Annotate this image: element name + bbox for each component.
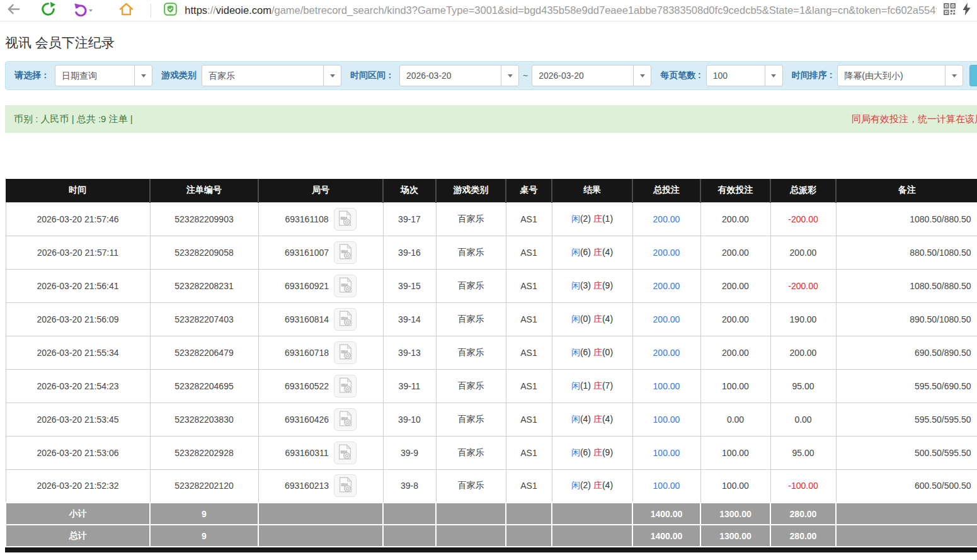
result-banker-score: (4): [602, 480, 613, 490]
game-type-select[interactable]: 百家乐: [202, 65, 341, 86]
cell-payout: 95.00: [770, 436, 836, 469]
total-bet-link[interactable]: 200.00: [653, 314, 680, 324]
sum-empty-remark: [836, 503, 977, 525]
col-time: 时间: [6, 179, 150, 202]
cell-result: 闲(2) 庄(1): [552, 202, 632, 236]
cell-session: 39-8: [383, 469, 436, 503]
cell-game-type: 百家乐: [436, 403, 506, 436]
query-type-select[interactable]: 日期查询: [55, 65, 152, 86]
round-number: 693160311: [285, 448, 328, 458]
video-replay-button[interactable]: [334, 341, 357, 364]
cell-game-type: 百家乐: [436, 369, 506, 403]
cell-payout: -200.00: [770, 269, 836, 302]
result-player-label: 闲: [571, 480, 580, 490]
video-replay-button[interactable]: [334, 442, 357, 464]
total-bet-link[interactable]: 200.00: [653, 214, 680, 224]
cell-payout: 200.00: [770, 236, 836, 269]
result-banker-label: 庄: [593, 347, 602, 357]
undo-dropdown-caret[interactable]: [89, 9, 93, 12]
video-replay-button[interactable]: [334, 308, 357, 331]
result-player-label: 闲: [571, 247, 580, 257]
lightning-bolt-icon: [963, 3, 971, 18]
result-banker-score: (4): [602, 247, 613, 257]
video-file-icon: [338, 444, 352, 462]
date-from-picker[interactable]: 2026-03-20: [399, 65, 519, 86]
undo-button[interactable]: [74, 2, 92, 20]
shield-icon: [164, 3, 177, 18]
round-number: 693160522: [285, 381, 329, 391]
refresh-button[interactable]: [41, 2, 55, 20]
cell-table-no: AS1: [506, 236, 552, 269]
video-replay-button[interactable]: [334, 474, 357, 497]
col-valid-bet: 有效投注: [700, 179, 770, 202]
summary-currency-count: 币别 : 人民币 | 总共 :9 注单 |: [14, 113, 133, 125]
result-banker-score: (9): [602, 447, 613, 457]
table-row: 2026-03-20 21:53:45523282203830693160426…: [6, 403, 977, 436]
sort-order-select[interactable]: 降幂(由大到小): [837, 65, 963, 86]
summary-bar: 币别 : 人民币 | 总共 :9 注单 | 同局有效投注，统一计算在该局: [5, 105, 977, 133]
cell-table-no: AS1: [506, 269, 552, 302]
cell-time: 2026-03-20 21:57:11: [6, 236, 150, 269]
page-size-select[interactable]: 100: [706, 65, 783, 86]
cell-remark: 600.50/500.50: [836, 469, 977, 503]
cell-total-bet: 100.00: [632, 436, 700, 469]
cell-table-no: AS1: [506, 436, 552, 469]
sum-empty-result: [552, 525, 632, 547]
cell-session: 39-15: [383, 269, 436, 302]
chevron-down-icon: [134, 66, 152, 86]
result-banker-label: 庄: [593, 314, 602, 324]
result-player-score: (6): [580, 247, 591, 257]
cell-bet-id: 523282204695: [150, 369, 258, 403]
cell-time: 2026-03-20 21:56:09: [6, 302, 150, 336]
cell-total-bet: 200.00: [632, 236, 700, 269]
result-player-label: 闲: [571, 447, 580, 457]
video-replay-button[interactable]: [334, 241, 357, 264]
cell-result: 闲(0) 庄(4): [552, 302, 632, 336]
cell-payout: -100.00: [770, 469, 836, 503]
cell-bet-id: 523282202928: [150, 436, 258, 469]
total-bet-link[interactable]: 200.00: [653, 348, 680, 358]
cell-session: 39-11: [383, 369, 436, 403]
table-row: 2026-03-20 21:54:23523282204695693160522…: [6, 369, 977, 403]
cell-round: 693160311: [258, 436, 383, 469]
video-replay-button[interactable]: [334, 375, 357, 397]
video-replay-button[interactable]: [334, 208, 357, 231]
sort-order-label: 时间排序 :: [792, 70, 833, 81]
cell-round: 693161108: [258, 202, 383, 236]
cell-remark: 1080.50/880.50: [836, 202, 977, 236]
security-badge[interactable]: [164, 2, 177, 20]
home-button[interactable]: [118, 2, 134, 20]
result-player-score: (4): [580, 414, 591, 424]
cell-round: 693160522: [258, 369, 383, 403]
cell-session: 39-13: [383, 336, 436, 369]
home-icon: [118, 2, 134, 19]
lightning-button[interactable]: [961, 2, 972, 20]
total-bet-link[interactable]: 200.00: [653, 281, 680, 291]
date-to-picker[interactable]: 2026-03-20: [532, 65, 651, 86]
total-bet-link[interactable]: 100.00: [653, 381, 680, 391]
result-banker-label: 庄: [593, 280, 602, 290]
video-replay-button[interactable]: [334, 275, 357, 297]
qr-code-button[interactable]: [943, 2, 957, 20]
address-bar[interactable]: https://videoie.com/game/betrecord_searc…: [185, 4, 937, 16]
cell-remark: 890.50/1080.50: [836, 302, 977, 336]
total-bet-link[interactable]: 100.00: [653, 414, 680, 425]
total-bet-link[interactable]: 100.00: [653, 448, 680, 458]
cell-remark: 595.50/595.50: [836, 403, 977, 436]
total-bet-link[interactable]: 200.00: [653, 248, 680, 258]
search-button[interactable]: 查询: [969, 65, 977, 86]
sum-empty-game: [436, 525, 506, 547]
total-bet-link[interactable]: 100.00: [653, 481, 680, 491]
col-session: 场次: [383, 179, 436, 202]
back-button[interactable]: [6, 2, 21, 20]
cell-bet-id: 523282209903: [150, 202, 258, 236]
result-banker-label: 庄: [593, 214, 602, 224]
chevron-down-icon: [633, 66, 651, 86]
result-banker-label: 庄: [593, 447, 602, 457]
sum-label: 总计: [6, 525, 150, 547]
table-row: 2026-03-20 21:55:34523282206479693160718…: [6, 336, 977, 369]
video-replay-button[interactable]: [334, 408, 357, 431]
cell-payout: -200.00: [770, 202, 836, 236]
browser-toolbar: https://videoie.com/game/betrecord_searc…: [0, 0, 977, 21]
cell-round: 693160921: [258, 269, 383, 302]
